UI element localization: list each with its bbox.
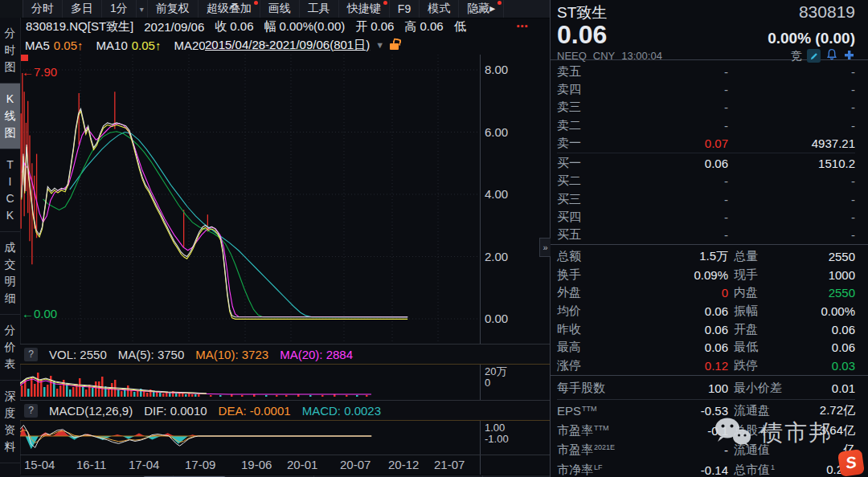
toolbar-item-forward-adjust[interactable]: 前复权	[148, 0, 199, 18]
toolbar-item-minute-chart[interactable]: 分时	[23, 0, 63, 18]
date-range-label: 2015/04/28-2021/09/06(801日)	[205, 38, 370, 53]
order-book-row[interactable]: 买一0.061510.2	[557, 154, 855, 172]
level-label: 卖四	[557, 82, 613, 97]
toolbar-item-one-minute[interactable]: 1分	[102, 0, 137, 18]
sidebar-tab-time-chart[interactable]: 分时图	[0, 18, 20, 84]
level-volume: -	[728, 100, 855, 114]
toolbar-item-multi-day[interactable]: 多日	[63, 0, 102, 18]
level-label: 买三	[557, 192, 613, 207]
sidebar-tab-tick[interactable]: TICK	[0, 149, 20, 232]
ohlc-field: 开0.06	[355, 19, 394, 35]
stat-value: 100	[613, 381, 728, 395]
stat-value: -0.1	[613, 424, 728, 438]
sidebar-tab-char: K	[0, 207, 20, 224]
order-book-row[interactable]: 卖二--	[557, 116, 855, 134]
y-axis-label: 2.00	[485, 250, 508, 263]
panel-expander-icon[interactable]: »	[539, 238, 551, 257]
price-chart-pane[interactable]: 8.006.004.002.000.00 ←7.90 ←0.00	[20, 55, 550, 344]
order-book-row[interactable]: 买二--	[557, 173, 855, 190]
stat-value: 0.06	[801, 323, 855, 336]
symbol-label: 830819.NQ[ST致生]	[26, 19, 133, 35]
stat-value: 0.12	[613, 359, 728, 373]
stat-label: 每手股数	[557, 381, 613, 396]
ma-label: MA10	[96, 39, 128, 52]
kline-chart[interactable]	[20, 55, 480, 344]
stat-row: 换手0.09%现手1000	[557, 266, 855, 284]
more-dots-icon[interactable]: ⋯	[516, 19, 529, 34]
level-price: 0.07	[613, 137, 728, 150]
divider	[557, 399, 855, 400]
stat-value: 0.06	[801, 340, 855, 354]
toolbar-item-tools[interactable]: 工具	[300, 0, 339, 18]
change-absolute: (0.00)	[815, 30, 855, 47]
sidebar-tab-price-table[interactable]: 分价表	[0, 315, 20, 381]
stat-value: 0.09%	[613, 268, 728, 282]
quote-panel: ST致生 830819 0.06 0.00% (0.00) NEEQ CNY 1…	[550, 0, 868, 477]
low-marker: ←0.00	[22, 307, 57, 320]
alert-bell-icon[interactable]	[825, 48, 838, 63]
sidebar-tab-trade-detail[interactable]: 成交明细	[0, 232, 20, 315]
stat-row: 涨停0.12跌停0.03	[557, 357, 855, 375]
chevron-down-icon[interactable]: ▼	[375, 40, 384, 50]
toolbar-item-label: 快捷键	[347, 2, 381, 16]
level-volume: -	[728, 174, 855, 188]
volume-chart[interactable]	[20, 365, 480, 400]
level-price: 0.06	[613, 157, 728, 170]
help-icon[interactable]: ?	[24, 348, 38, 361]
edit-pencil-icon[interactable]	[807, 49, 821, 63]
notification-dot	[383, 1, 387, 5]
indicator-value: VOL: 2550	[49, 348, 107, 361]
stat-label: 跌停	[734, 358, 801, 373]
level-label: 买二	[557, 173, 613, 189]
sidebar-tab-char: 度	[0, 405, 20, 422]
ma-item-ma10: MA100.05↑	[96, 39, 162, 52]
sidebar-tab-char: 细	[0, 290, 20, 307]
sidebar-tab-char: 分	[0, 25, 20, 42]
date-range-selector[interactable]: 2015/04/28-2021/09/06(801日) ▼	[205, 35, 399, 55]
indicator-value: MACD(12,26,9)	[49, 404, 133, 418]
order-book-row[interactable]: 卖四--	[557, 80, 855, 98]
toolbar-corner	[0, 0, 23, 18]
macd-pane[interactable]: 1.00 -1.00	[20, 421, 550, 455]
stat-value: 0.01	[801, 381, 855, 395]
sidebar-tab-char: 明	[0, 273, 20, 290]
sidebar-tab-char: 价	[0, 339, 20, 356]
field-label: 低	[454, 19, 466, 35]
order-book-row[interactable]: 卖三--	[557, 99, 855, 116]
order-book-row[interactable]: 卖五--	[557, 63, 855, 80]
level-price: -	[613, 65, 728, 79]
lock-open-icon[interactable]	[390, 43, 399, 50]
level-label: 买五	[557, 227, 613, 243]
toolbar-item-hotkeys[interactable]: 快捷键	[339, 0, 390, 18]
level-volume: -	[728, 65, 855, 79]
stat-row: 最高0.06最低0.06	[557, 338, 855, 357]
ohlc-field: 低	[454, 19, 469, 35]
order-book: 卖五--卖四--卖三--卖二--卖一0.074937.21买一0.061510.…	[551, 60, 868, 244]
sidebar-tab-kline-chart[interactable]: K线图	[0, 84, 20, 149]
sidebar-tab-depth-info[interactable]: 深度资料	[0, 381, 20, 463]
ohlc-field: 收0.06	[215, 19, 253, 35]
macd-chart[interactable]	[20, 421, 480, 455]
help-icon[interactable]: ?	[24, 404, 38, 418]
order-book-row[interactable]: 买五--	[557, 226, 855, 244]
sidebar-tab-char: 深	[0, 388, 20, 405]
volume-pane[interactable]: 20万 0	[20, 365, 550, 400]
macd-values: MACD(12,26,9)DIF: 0.0010DEA: -0.0001MACD…	[49, 404, 381, 418]
toolbar-item-mode[interactable]: 模式	[420, 0, 459, 18]
toolbar-item-draw-line[interactable]: 画线	[260, 0, 300, 18]
level-label: 卖五	[557, 64, 613, 80]
sidebar-tab-char: 图	[0, 59, 20, 75]
field-label: 开	[355, 19, 367, 35]
add-plus-icon[interactable]	[843, 49, 855, 63]
stat-row: 外盘0内盘2550	[557, 283, 855, 302]
toolbar-item-period-dropdown[interactable]: ▾	[137, 0, 148, 18]
stat-value: 2550	[801, 250, 855, 263]
toolbar-item-f9[interactable]: F9	[390, 0, 420, 18]
order-book-row[interactable]: 买三--	[557, 190, 855, 208]
divider	[557, 153, 855, 153]
toolbar-item-super-overlay[interactable]: 超级叠加	[199, 0, 260, 18]
order-book-row[interactable]: 买四--	[557, 208, 855, 226]
order-book-row[interactable]: 卖一0.074937.21	[557, 134, 855, 152]
toolbar-item-hide[interactable]: 隐藏▸	[459, 0, 504, 18]
axis-divider	[480, 455, 481, 475]
